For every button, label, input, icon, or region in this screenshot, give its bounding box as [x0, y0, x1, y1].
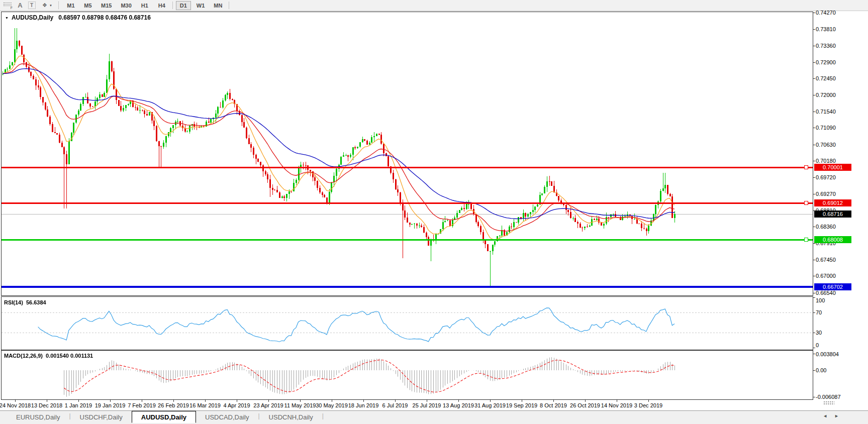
- axis-tick: [813, 297, 815, 298]
- rsi-name: RSI(14): [4, 299, 23, 305]
- scroll-right-icon[interactable]: ►: [834, 413, 839, 418]
- arrow-text-tool-button[interactable]: A: [16, 0, 25, 11]
- toolbar-separator: [172, 2, 173, 9]
- date-label: 30 May 2019: [316, 402, 348, 408]
- price-tick-label: 0.70630: [816, 142, 836, 148]
- date-label: 18 Jun 2019: [348, 402, 379, 408]
- date-label: 19 Sep 2019: [506, 402, 537, 408]
- mt4-chart-window: { "toolbar": { "icons": {"fibo_label":"F…: [0, 0, 868, 424]
- axis-tick: [813, 276, 815, 276]
- letter-a-icon: A: [18, 2, 22, 9]
- rsi-label: RSI(14)56.6384: [4, 299, 46, 305]
- scroll-left-icon[interactable]: ◄: [823, 413, 827, 418]
- tab-usdcnh[interactable]: USDCNH,Daily: [260, 412, 322, 422]
- date-label: 19 Jan 2019: [95, 402, 126, 408]
- macd-canvas[interactable]: [2, 351, 813, 399]
- date-axis-tick: [522, 400, 522, 402]
- current-price-tag: 0.68716: [814, 210, 851, 218]
- axis-tick: [813, 348, 815, 348]
- toolbar-separator: [229, 2, 229, 9]
- date-label: 24 Nov 2018: [0, 402, 31, 408]
- date-axis-tick: [427, 400, 427, 402]
- axis-tick: [813, 227, 815, 227]
- macd-name: MACD(12,26,9): [4, 353, 43, 359]
- axis-tick: [813, 78, 815, 79]
- fibo-line: [4, 3, 12, 3]
- axis-tick: [813, 333, 815, 333]
- drawing-tools-icon: ❖: [42, 2, 47, 9]
- tab-eurusd[interactable]: EURUSD,Daily: [7, 412, 69, 422]
- date-label: 11 May 2019: [284, 402, 316, 408]
- date-label: 26 Oct 2019: [570, 402, 600, 408]
- axis-tick: [813, 397, 815, 397]
- tab-usdcad[interactable]: USDCAD,Daily: [196, 412, 258, 422]
- date-axis-tick: [648, 400, 649, 402]
- chevron-down-icon: ▼: [49, 4, 52, 7]
- date-label: 16 Mar 2019: [189, 402, 221, 408]
- date-axis-tick: [205, 400, 206, 402]
- date-label: 8 Oct 2019: [540, 402, 567, 408]
- date-axis-tick: [553, 400, 554, 402]
- axis-gripper-icon[interactable]: [823, 401, 834, 405]
- macd-tick-label: -0.006087: [816, 394, 841, 400]
- toolbar: F A T ❖ ▼ M1M5M15M30H1H4D1W1MN: [0, 0, 868, 11]
- rsi-canvas[interactable]: [2, 297, 813, 349]
- symbol-period-label: AUDUSD,Daily: [12, 14, 53, 21]
- timeframe-button-d1[interactable]: D1: [176, 1, 191, 10]
- timeframe-button-m15[interactable]: M15: [98, 1, 115, 10]
- price-tick-label: 0.67000: [816, 273, 836, 279]
- timeframe-button-h4[interactable]: H4: [154, 1, 169, 10]
- hline-price-tag: 0.70001: [814, 164, 851, 171]
- letter-t-icon: T: [28, 2, 36, 9]
- hline-price-tag: 0.68008: [814, 236, 851, 243]
- fibo-line: [4, 4, 12, 5]
- date-axis-tick: [173, 400, 174, 402]
- macd-label: MACD(12,26,9)0.001540 0.001131: [4, 353, 93, 359]
- chart-tabs: EURUSD,Daily|USDCHF,DailyAUDUSD,DailyUSD…: [7, 411, 324, 424]
- macd-tick-label: 0.00: [816, 367, 826, 373]
- date-axis-tick: [47, 400, 47, 402]
- date-axis-tick: [237, 400, 237, 402]
- tab-usdchf[interactable]: USDCHF,Daily: [71, 412, 132, 422]
- macd-values: 0.001540 0.001131: [46, 353, 93, 359]
- axis-tick: [813, 46, 815, 46]
- ohlc-values: 0.68597 0.68798 0.68476 0.68716: [58, 14, 151, 21]
- date-axis-tick: [268, 400, 269, 402]
- drawing-tools-dropdown-button[interactable]: ❖ ▼: [40, 0, 55, 11]
- timeframe-button-mn[interactable]: MN: [210, 1, 226, 10]
- price-tick-label: 0.69270: [816, 191, 836, 197]
- axis-tick: [813, 62, 815, 63]
- rsi-value: 56.6384: [26, 299, 46, 305]
- fibo-lines-icon[interactable]: F: [3, 0, 13, 11]
- timeframe-buttons: M1M5M15M30H1H4D1W1MN: [62, 0, 231, 11]
- axis-tick: [813, 293, 815, 293]
- date-axis-tick: [585, 400, 586, 402]
- date-label: 4 Apr 2019: [223, 402, 250, 408]
- timeframe-button-m30[interactable]: M30: [117, 1, 135, 10]
- date-axis-tick: [395, 400, 396, 402]
- text-tool-button[interactable]: T: [27, 0, 36, 11]
- date-axis-tick: [332, 400, 332, 402]
- date-axis-tick: [110, 400, 111, 402]
- chart-tab-bar: EURUSD,Daily|USDCHF,DailyAUDUSD,DailyUSD…: [0, 410, 868, 424]
- chart-title: ▼ AUDUSD,Daily 0.68597 0.68798 0.68476 0…: [5, 14, 151, 21]
- price-tick-label: 0.73810: [816, 26, 836, 32]
- rsi-tick-label: 100: [816, 297, 825, 303]
- price-chart-canvas[interactable]: [2, 12, 813, 295]
- timeframe-button-m1[interactable]: M1: [63, 1, 78, 10]
- macd-tick-label: 0.003804: [816, 351, 839, 357]
- tab-audusd[interactable]: AUDUSD,Daily: [132, 411, 196, 423]
- price-tick-label: 0.72900: [816, 59, 836, 65]
- chart-dropdown-icon[interactable]: ▼: [5, 16, 9, 20]
- timeframe-button-w1[interactable]: W1: [193, 1, 209, 10]
- date-label: 25 Jul 2019: [413, 402, 441, 408]
- axis-tick: [813, 13, 815, 13]
- axis-tick: [813, 95, 815, 95]
- axis-tick: [813, 29, 815, 30]
- price-tick-label: 0.73360: [816, 43, 836, 49]
- date-label: 3 Dec 2019: [634, 402, 662, 408]
- axis-tick: [813, 145, 815, 145]
- toolbar-separator: [58, 2, 59, 9]
- timeframe-button-h1[interactable]: H1: [137, 1, 152, 10]
- timeframe-button-m5[interactable]: M5: [80, 1, 95, 10]
